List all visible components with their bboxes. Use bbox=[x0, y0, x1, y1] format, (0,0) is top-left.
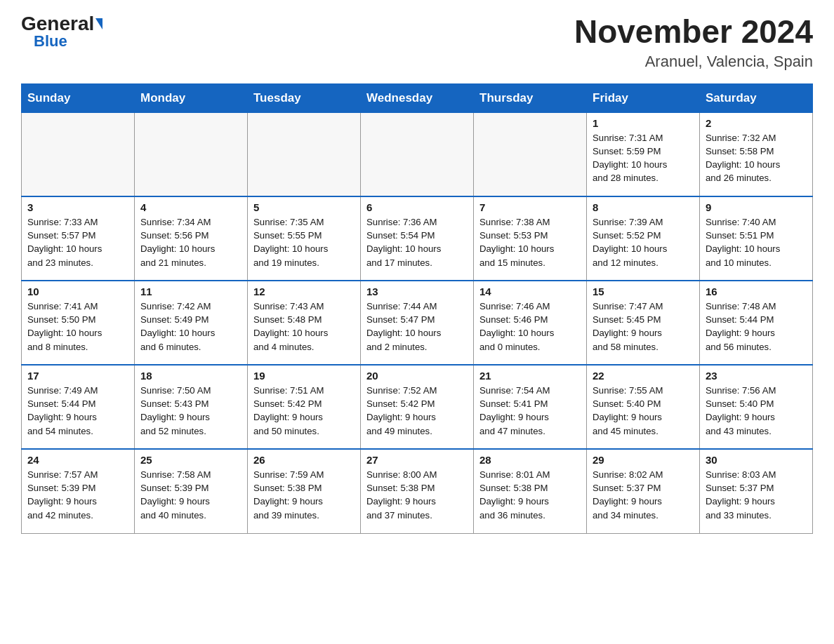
sun-info: Sunrise: 7:44 AMSunset: 5:47 PMDaylight:… bbox=[366, 300, 468, 354]
calendar-cell: 4Sunrise: 7:34 AMSunset: 5:56 PMDaylight… bbox=[135, 196, 248, 281]
calendar-cell: 7Sunrise: 7:38 AMSunset: 5:53 PMDaylight… bbox=[474, 196, 587, 281]
day-number: 5 bbox=[253, 201, 355, 213]
sun-info: Sunrise: 7:50 AMSunset: 5:43 PMDaylight:… bbox=[140, 384, 241, 438]
day-number: 12 bbox=[253, 286, 355, 297]
logo-blue-text: Blue bbox=[34, 34, 67, 49]
day-number: 17 bbox=[27, 370, 128, 382]
month-year-title: November 2024 bbox=[574, 14, 813, 50]
sun-info: Sunrise: 7:36 AMSunset: 5:54 PMDaylight:… bbox=[366, 215, 468, 269]
sun-info: Sunrise: 7:55 AMSunset: 5:40 PMDaylight:… bbox=[593, 384, 694, 438]
calendar-cell: 27Sunrise: 8:00 AMSunset: 5:38 PMDayligh… bbox=[361, 449, 474, 533]
calendar-cell: 9Sunrise: 7:40 AMSunset: 5:51 PMDaylight… bbox=[700, 196, 813, 281]
sun-info: Sunrise: 7:41 AMSunset: 5:50 PMDaylight:… bbox=[27, 300, 128, 354]
location-subtitle: Aranuel, Valencia, Spain bbox=[574, 53, 813, 71]
weekday-header-saturday: Saturday bbox=[700, 83, 813, 112]
title-area: November 2024 Aranuel, Valencia, Spain bbox=[574, 14, 813, 71]
calendar-cell: 16Sunrise: 7:48 AMSunset: 5:44 PMDayligh… bbox=[700, 281, 813, 365]
sun-info: Sunrise: 7:49 AMSunset: 5:44 PMDaylight:… bbox=[27, 384, 128, 438]
day-number: 29 bbox=[593, 454, 694, 466]
sun-info: Sunrise: 7:38 AMSunset: 5:53 PMDaylight:… bbox=[479, 215, 581, 269]
calendar-week-row: 10Sunrise: 7:41 AMSunset: 5:50 PMDayligh… bbox=[22, 281, 813, 365]
calendar-cell bbox=[135, 112, 248, 196]
calendar-week-row: 1Sunrise: 7:31 AMSunset: 5:59 PMDaylight… bbox=[22, 112, 813, 196]
sun-info: Sunrise: 7:47 AMSunset: 5:45 PMDaylight:… bbox=[593, 300, 694, 354]
sun-info: Sunrise: 7:56 AMSunset: 5:40 PMDaylight:… bbox=[706, 384, 807, 438]
calendar-cell bbox=[361, 112, 474, 196]
day-number: 8 bbox=[593, 201, 694, 213]
sun-info: Sunrise: 7:33 AMSunset: 5:57 PMDaylight:… bbox=[27, 215, 128, 269]
calendar-cell: 2Sunrise: 7:32 AMSunset: 5:58 PMDaylight… bbox=[700, 112, 813, 196]
day-number: 23 bbox=[706, 370, 807, 382]
day-number: 1 bbox=[593, 117, 694, 129]
day-number: 7 bbox=[479, 201, 581, 213]
sun-info: Sunrise: 7:54 AMSunset: 5:41 PMDaylight:… bbox=[479, 384, 581, 438]
day-number: 18 bbox=[140, 370, 241, 382]
calendar-cell: 11Sunrise: 7:42 AMSunset: 5:49 PMDayligh… bbox=[135, 281, 248, 365]
calendar-week-row: 17Sunrise: 7:49 AMSunset: 5:44 PMDayligh… bbox=[22, 365, 813, 449]
day-number: 3 bbox=[27, 201, 128, 213]
calendar-cell: 13Sunrise: 7:44 AMSunset: 5:47 PMDayligh… bbox=[361, 281, 474, 365]
sun-info: Sunrise: 7:58 AMSunset: 5:39 PMDaylight:… bbox=[140, 468, 241, 522]
day-number: 19 bbox=[253, 370, 355, 382]
page-header: General Blue November 2024 Aranuel, Vale… bbox=[21, 14, 813, 71]
day-number: 4 bbox=[140, 201, 241, 213]
day-number: 30 bbox=[706, 454, 807, 466]
calendar-cell: 19Sunrise: 7:51 AMSunset: 5:42 PMDayligh… bbox=[248, 365, 361, 449]
sun-info: Sunrise: 8:03 AMSunset: 5:37 PMDaylight:… bbox=[706, 468, 807, 522]
calendar-cell: 29Sunrise: 8:02 AMSunset: 5:37 PMDayligh… bbox=[587, 449, 700, 533]
day-number: 16 bbox=[706, 286, 807, 297]
sun-info: Sunrise: 7:57 AMSunset: 5:39 PMDaylight:… bbox=[27, 468, 128, 522]
calendar-cell bbox=[22, 112, 135, 196]
calendar-week-row: 3Sunrise: 7:33 AMSunset: 5:57 PMDaylight… bbox=[22, 196, 813, 281]
day-number: 2 bbox=[706, 117, 807, 129]
calendar-cell: 18Sunrise: 7:50 AMSunset: 5:43 PMDayligh… bbox=[135, 365, 248, 449]
sun-info: Sunrise: 8:01 AMSunset: 5:38 PMDaylight:… bbox=[479, 468, 581, 522]
sun-info: Sunrise: 7:46 AMSunset: 5:46 PMDaylight:… bbox=[479, 300, 581, 354]
calendar-cell: 10Sunrise: 7:41 AMSunset: 5:50 PMDayligh… bbox=[22, 281, 135, 365]
sun-info: Sunrise: 7:43 AMSunset: 5:48 PMDaylight:… bbox=[253, 300, 355, 354]
weekday-header-sunday: Sunday bbox=[22, 83, 135, 112]
calendar-cell: 15Sunrise: 7:47 AMSunset: 5:45 PMDayligh… bbox=[587, 281, 700, 365]
calendar-cell: 1Sunrise: 7:31 AMSunset: 5:59 PMDaylight… bbox=[587, 112, 700, 196]
sun-info: Sunrise: 8:02 AMSunset: 5:37 PMDaylight:… bbox=[593, 468, 694, 522]
sun-info: Sunrise: 7:39 AMSunset: 5:52 PMDaylight:… bbox=[593, 215, 694, 269]
sun-info: Sunrise: 8:00 AMSunset: 5:38 PMDaylight:… bbox=[366, 468, 468, 522]
weekday-header-friday: Friday bbox=[587, 83, 700, 112]
day-number: 25 bbox=[140, 454, 241, 466]
day-number: 21 bbox=[479, 370, 581, 382]
day-number: 14 bbox=[479, 286, 581, 297]
weekday-header-tuesday: Tuesday bbox=[248, 83, 361, 112]
sun-info: Sunrise: 7:59 AMSunset: 5:38 PMDaylight:… bbox=[253, 468, 355, 522]
calendar-cell: 12Sunrise: 7:43 AMSunset: 5:48 PMDayligh… bbox=[248, 281, 361, 365]
calendar-cell: 23Sunrise: 7:56 AMSunset: 5:40 PMDayligh… bbox=[700, 365, 813, 449]
day-number: 11 bbox=[140, 286, 241, 297]
calendar-table: SundayMondayTuesdayWednesdayThursdayFrid… bbox=[21, 83, 813, 534]
day-number: 13 bbox=[366, 286, 468, 297]
sun-info: Sunrise: 7:48 AMSunset: 5:44 PMDaylight:… bbox=[706, 300, 807, 354]
calendar-week-row: 24Sunrise: 7:57 AMSunset: 5:39 PMDayligh… bbox=[22, 449, 813, 533]
sun-info: Sunrise: 7:34 AMSunset: 5:56 PMDaylight:… bbox=[140, 215, 241, 269]
calendar-cell: 28Sunrise: 8:01 AMSunset: 5:38 PMDayligh… bbox=[474, 449, 587, 533]
calendar-cell: 17Sunrise: 7:49 AMSunset: 5:44 PMDayligh… bbox=[22, 365, 135, 449]
sun-info: Sunrise: 7:35 AMSunset: 5:55 PMDaylight:… bbox=[253, 215, 355, 269]
day-number: 26 bbox=[253, 454, 355, 466]
sun-info: Sunrise: 7:51 AMSunset: 5:42 PMDaylight:… bbox=[253, 384, 355, 438]
calendar-cell: 20Sunrise: 7:52 AMSunset: 5:42 PMDayligh… bbox=[361, 365, 474, 449]
calendar-cell: 3Sunrise: 7:33 AMSunset: 5:57 PMDaylight… bbox=[22, 196, 135, 281]
day-number: 27 bbox=[366, 454, 468, 466]
logo-general-text: General bbox=[21, 14, 94, 34]
calendar-cell: 5Sunrise: 7:35 AMSunset: 5:55 PMDaylight… bbox=[248, 196, 361, 281]
calendar-cell bbox=[248, 112, 361, 196]
sun-info: Sunrise: 7:31 AMSunset: 5:59 PMDaylight:… bbox=[593, 131, 694, 185]
calendar-cell: 30Sunrise: 8:03 AMSunset: 5:37 PMDayligh… bbox=[700, 449, 813, 533]
sun-info: Sunrise: 7:40 AMSunset: 5:51 PMDaylight:… bbox=[706, 215, 807, 269]
day-number: 10 bbox=[27, 286, 128, 297]
weekday-header-wednesday: Wednesday bbox=[361, 83, 474, 112]
day-number: 6 bbox=[366, 201, 468, 213]
weekday-header-monday: Monday bbox=[135, 83, 248, 112]
calendar-cell: 21Sunrise: 7:54 AMSunset: 5:41 PMDayligh… bbox=[474, 365, 587, 449]
day-number: 9 bbox=[706, 201, 807, 213]
calendar-cell: 14Sunrise: 7:46 AMSunset: 5:46 PMDayligh… bbox=[474, 281, 587, 365]
logo: General Blue bbox=[21, 14, 102, 49]
calendar-cell: 26Sunrise: 7:59 AMSunset: 5:38 PMDayligh… bbox=[248, 449, 361, 533]
